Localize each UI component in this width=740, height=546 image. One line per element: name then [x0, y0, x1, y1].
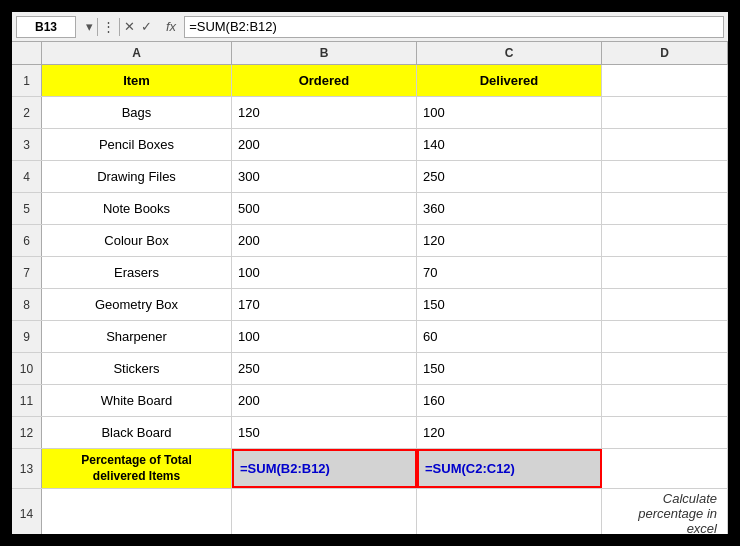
table-row: 12 Black Board 150 120 — [12, 417, 728, 449]
row-num-2: 2 — [12, 97, 42, 128]
cell-c11[interactable]: 160 — [417, 385, 602, 416]
cell-b4[interactable]: 300 — [232, 161, 417, 192]
cell-c2[interactable]: 100 — [417, 97, 602, 128]
cell-d7[interactable] — [602, 257, 728, 288]
cell-a13[interactable]: Percentage of Total delivered Items — [42, 449, 232, 488]
cell-b8[interactable]: 170 — [232, 289, 417, 320]
table-row: 10 Stickers 250 150 — [12, 353, 728, 385]
cell-d6[interactable] — [602, 225, 728, 256]
row-num-9: 9 — [12, 321, 42, 352]
cell-a5[interactable]: Note Books — [42, 193, 232, 224]
col-header-d[interactable]: D — [602, 42, 728, 64]
row-num-11: 11 — [12, 385, 42, 416]
cell-b11[interactable]: 200 — [232, 385, 417, 416]
formula-input[interactable] — [184, 16, 724, 38]
cell-c1[interactable]: Delivered — [417, 65, 602, 96]
formula-bar-icons: ▾ ⋮ ✕ ✓ — [80, 18, 158, 36]
cell-d8[interactable] — [602, 289, 728, 320]
table-row: 9 Sharpener 100 60 — [12, 321, 728, 353]
row-num-8: 8 — [12, 289, 42, 320]
cell-a13-line1: Percentage of Total — [81, 453, 191, 469]
cell-a4[interactable]: Drawing Files — [42, 161, 232, 192]
cell-a12[interactable]: Black Board — [42, 417, 232, 448]
cell-c9[interactable]: 60 — [417, 321, 602, 352]
cell-c8[interactable]: 150 — [417, 289, 602, 320]
cell-a1[interactable]: Item — [42, 65, 232, 96]
cell-c14[interactable] — [417, 489, 602, 534]
cell-c13[interactable]: =SUM(C2:C12) — [417, 449, 602, 488]
cell-c10[interactable]: 150 — [417, 353, 602, 384]
cell-b6[interactable]: 200 — [232, 225, 417, 256]
data-rows: 1 Item Ordered Delivered 2 Bags 120 100 … — [12, 65, 728, 534]
row-num-13: 13 — [12, 449, 42, 488]
dropdown-icon[interactable]: ▾ — [84, 19, 95, 34]
cell-b1[interactable]: Ordered — [232, 65, 417, 96]
cell-b3[interactable]: 200 — [232, 129, 417, 160]
cell-d2[interactable] — [602, 97, 728, 128]
divider-2 — [119, 18, 120, 36]
cell-b7[interactable]: 100 — [232, 257, 417, 288]
row-num-5: 5 — [12, 193, 42, 224]
cell-a10[interactable]: Stickers — [42, 353, 232, 384]
row-num-4: 4 — [12, 161, 42, 192]
cell-d1[interactable] — [602, 65, 728, 96]
cell-d9[interactable] — [602, 321, 728, 352]
table-row: 4 Drawing Files 300 250 — [12, 161, 728, 193]
cell-b12[interactable]: 150 — [232, 417, 417, 448]
table-row-13: 13 Percentage of Total delivered Items =… — [12, 449, 728, 489]
col-header-c[interactable]: C — [417, 42, 602, 64]
column-headers: A B C D — [12, 42, 728, 65]
table-row: 1 Item Ordered Delivered — [12, 65, 728, 97]
cell-c3[interactable]: 140 — [417, 129, 602, 160]
cell-c7[interactable]: 70 — [417, 257, 602, 288]
row-num-header — [12, 42, 42, 64]
cell-d4[interactable] — [602, 161, 728, 192]
cell-a3[interactable]: Pencil Boxes — [42, 129, 232, 160]
cell-d10[interactable] — [602, 353, 728, 384]
cell-a6[interactable]: Colour Box — [42, 225, 232, 256]
cell-b10[interactable]: 250 — [232, 353, 417, 384]
row-num-6: 6 — [12, 225, 42, 256]
cell-reference-box[interactable]: B13 — [16, 16, 76, 38]
cell-a9[interactable]: Sharpener — [42, 321, 232, 352]
cell-a2[interactable]: Bags — [42, 97, 232, 128]
col-header-a[interactable]: A — [42, 42, 232, 64]
spreadsheet: B13 ▾ ⋮ ✕ ✓ fx A B C D 1 Item Ordered — [10, 10, 730, 536]
cell-b14[interactable] — [232, 489, 417, 534]
col-header-b[interactable]: B — [232, 42, 417, 64]
cell-a8[interactable]: Geometry Box — [42, 289, 232, 320]
row-num-12: 12 — [12, 417, 42, 448]
cell-c4[interactable]: 250 — [417, 161, 602, 192]
table-row: 6 Colour Box 200 120 — [12, 225, 728, 257]
table-row-14: 14 Calculate percentage in excel — [12, 489, 728, 534]
row-num-1: 1 — [12, 65, 42, 96]
row-num-10: 10 — [12, 353, 42, 384]
cell-b13[interactable]: =SUM(B2:B12) — [232, 449, 417, 488]
table-row: 7 Erasers 100 70 — [12, 257, 728, 289]
table-row: 11 White Board 200 160 — [12, 385, 728, 417]
cell-c6[interactable]: 120 — [417, 225, 602, 256]
cross-icon[interactable]: ✕ — [122, 19, 137, 34]
more-icon[interactable]: ⋮ — [100, 19, 117, 34]
table-row: 2 Bags 120 100 — [12, 97, 728, 129]
row-num-14: 14 — [12, 489, 42, 534]
cell-b5[interactable]: 500 — [232, 193, 417, 224]
cell-c5[interactable]: 360 — [417, 193, 602, 224]
check-icon[interactable]: ✓ — [139, 19, 154, 34]
cell-d11[interactable] — [602, 385, 728, 416]
cell-d3[interactable] — [602, 129, 728, 160]
table-row: 5 Note Books 500 360 — [12, 193, 728, 225]
cell-a7[interactable]: Erasers — [42, 257, 232, 288]
cell-d13[interactable] — [602, 449, 728, 488]
grid-area: A B C D 1 Item Ordered Delivered 2 Bags … — [12, 42, 728, 534]
cell-c12[interactable]: 120 — [417, 417, 602, 448]
cell-d5[interactable] — [602, 193, 728, 224]
cell-a14[interactable] — [42, 489, 232, 534]
cell-b2[interactable]: 120 — [232, 97, 417, 128]
cell-a11[interactable]: White Board — [42, 385, 232, 416]
cell-d12[interactable] — [602, 417, 728, 448]
table-row: 8 Geometry Box 170 150 — [12, 289, 728, 321]
fx-label: fx — [162, 19, 180, 34]
cell-b9[interactable]: 100 — [232, 321, 417, 352]
cell-a13-line2: delivered Items — [93, 469, 180, 485]
